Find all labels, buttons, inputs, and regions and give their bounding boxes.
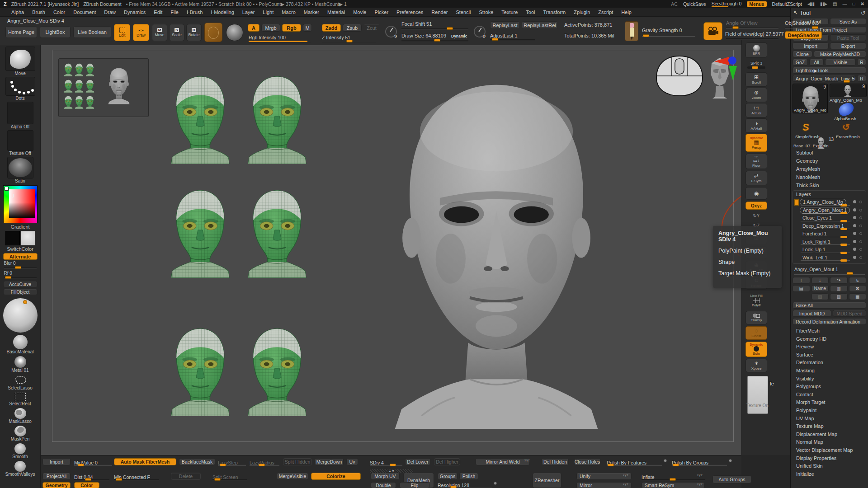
zremesher-button[interactable]: ZRemesher — [533, 473, 561, 488]
texture-thumbnail[interactable] — [7, 130, 33, 151]
obj-shadow-slider[interactable]: ObjShadow 0.3 — [785, 20, 819, 26]
replay-last-button[interactable]: ReplayLast — [490, 21, 520, 29]
polish-button[interactable]: Polish — [459, 473, 478, 480]
tool-section[interactable]: Visibility — [793, 375, 866, 383]
metal-material-sphere[interactable] — [14, 356, 26, 368]
flip-button[interactable]: Flip — [400, 482, 429, 488]
camera-button[interactable] — [703, 22, 722, 40]
palette-pick-icon[interactable]: ↖ — [793, 10, 797, 16]
polish-groups-mode-dot[interactable] — [729, 459, 732, 462]
layer-eye-icon[interactable] — [853, 224, 856, 227]
brush-thumbnail[interactable] — [5, 47, 35, 71]
z-intensity-slider[interactable]: Z Intensity 51 — [322, 35, 350, 40]
edit-button[interactable]: Edit — [114, 24, 130, 41]
see-through-slider[interactable]: See-through 0 — [712, 1, 742, 7]
layer-eye-icon[interactable] — [853, 216, 856, 219]
alternate-button[interactable]: Alternate — [3, 253, 38, 260]
del-hidden-button[interactable]: Del Hidden — [542, 458, 569, 465]
layout-icon[interactable]: ▤ — [833, 1, 837, 6]
mask-lasso-icon[interactable] — [14, 408, 26, 419]
import-mdd-button[interactable]: Import MDD — [793, 310, 831, 317]
tool-section[interactable]: Initialize — [793, 470, 866, 479]
menu-item[interactable]: Render — [427, 9, 452, 16]
alpha-brush-thumb[interactable] — [837, 101, 855, 117]
secondary-color-swatch[interactable] — [21, 231, 35, 245]
layer-duplicate-button[interactable]: ▥ — [830, 285, 848, 292]
menu-item[interactable]: Layer — [238, 9, 259, 16]
current-material-sphere[interactable] — [3, 298, 38, 333]
divider-left-icon[interactable]: ◂▮▮ — [807, 1, 815, 6]
layer-record-icon[interactable] — [859, 248, 862, 251]
document-canvas[interactable] — [41, 45, 741, 455]
accucurve-button[interactable]: AccuCurve — [3, 281, 38, 287]
goz-visible-button[interactable]: Visible — [825, 59, 856, 66]
move-button[interactable]: M Move — [152, 24, 167, 41]
menu-item[interactable]: File — [166, 9, 183, 16]
menu-item[interactable]: Zscript — [594, 9, 617, 16]
stroke-preview[interactable] — [226, 24, 243, 41]
dynamic-label[interactable]: Dynamic — [451, 34, 467, 38]
layer-eye-icon[interactable] — [853, 240, 856, 243]
menu-item[interactable]: Edit — [150, 9, 166, 16]
layer-branch-button[interactable]: ↳ — [849, 277, 867, 284]
material-thumbnail[interactable] — [7, 157, 33, 178]
make-polymesh3d-button[interactable]: Make PolyMesh3D — [814, 51, 866, 57]
uv-button[interactable]: Uv — [346, 458, 358, 465]
lazyradius-slider[interactable]: LazyRadius — [250, 458, 279, 466]
menu-item[interactable]: Draw — [100, 9, 120, 16]
projectall-button[interactable]: ProjectAll — [42, 473, 71, 480]
local-symmetry-button[interactable]: ⇄L.Sym — [745, 171, 767, 185]
auto-mask-fibermesh-button[interactable]: Auto Mask FiberMesh — [114, 458, 176, 465]
ghost-button[interactable]: ◌ Ghost — [745, 326, 767, 340]
layer-folder-button[interactable]: ▦ — [849, 293, 867, 300]
mini-head-thumb[interactable] — [85, 95, 95, 109]
layer-eye-icon[interactable] — [853, 208, 856, 211]
double-button[interactable]: Double — [371, 482, 396, 488]
tool-section[interactable]: Masking — [793, 367, 866, 375]
zsub-button[interactable]: Zsub — [343, 24, 362, 32]
expand-arrows[interactable]: ▲▼ — [387, 469, 396, 473]
del-higher-button[interactable]: Del Higher — [434, 458, 460, 465]
layer-row[interactable]: Look_Right 1 — [794, 238, 864, 246]
tool-section[interactable]: FiberMesh — [793, 327, 866, 335]
menus-toggle-button[interactable]: Menus — [747, 1, 766, 7]
layer-row[interactable]: Close_Eyes 1 — [794, 214, 864, 222]
paste-tool-button[interactable]: Paste Tool — [830, 34, 866, 41]
spotlight-thumbnails-panel[interactable] — [58, 58, 149, 117]
menu-item[interactable]: Color — [49, 9, 69, 16]
mrgb-button[interactable]: Mrgb — [261, 24, 280, 32]
backface-mask-button[interactable]: BackfaceMask — [179, 458, 215, 465]
menu-item[interactable]: Zplugin — [570, 9, 594, 16]
popup-item-polypaint[interactable]: PolyPaint (Empty) — [718, 248, 776, 254]
tool-section[interactable]: Displacement Map — [793, 431, 866, 439]
layer-record-icon[interactable] — [859, 232, 862, 235]
bpr-button[interactable]: BPR — [745, 42, 767, 58]
tool-section[interactable]: Morph Target — [793, 399, 866, 407]
gradient-label[interactable]: Gradient — [10, 224, 29, 230]
tool-section[interactable]: Polygroups — [793, 383, 866, 391]
menu-item[interactable]: Material — [323, 9, 349, 16]
layer-eye-icon[interactable] — [853, 232, 856, 235]
sym-y-button[interactable]: ↻Y — [745, 211, 767, 220]
inflate-xyz[interactable]: xyz — [697, 474, 703, 477]
zoom-button[interactable]: ⊕Zoom — [745, 88, 767, 102]
layer-record-icon[interactable] — [859, 225, 862, 227]
texture-preview-box[interactable] — [747, 376, 768, 414]
gravity-strength-slider[interactable]: Gravity Strength 0 — [642, 28, 682, 33]
resolution-mode-dot[interactable] — [494, 482, 497, 485]
layer-eye-icon[interactable] — [853, 200, 856, 203]
eraser-brush-thumb[interactable]: ↺ — [842, 122, 850, 132]
smart-resym-xyz[interactable]: xyz — [697, 483, 703, 486]
switch-color-swatches[interactable] — [5, 231, 35, 246]
tool-section[interactable]: Geometry — [793, 157, 866, 165]
fiber-import-button[interactable]: Import — [42, 458, 71, 465]
layer-eye-icon[interactable] — [853, 256, 856, 259]
actual-size-button[interactable]: 1:1Actual — [745, 103, 767, 117]
color-toggle-button[interactable]: Color — [74, 482, 99, 488]
unify-xyz[interactable]: xyz — [623, 474, 629, 477]
mergedown-button[interactable]: MergeDown — [315, 458, 344, 465]
tool-section[interactable]: Normal Map — [793, 438, 866, 446]
minimize-button[interactable]: — — [843, 1, 847, 6]
dist-slider[interactable]: Dist 0.04 — [74, 473, 109, 481]
split-screen-slider[interactable]: Split Screen — [212, 473, 247, 481]
